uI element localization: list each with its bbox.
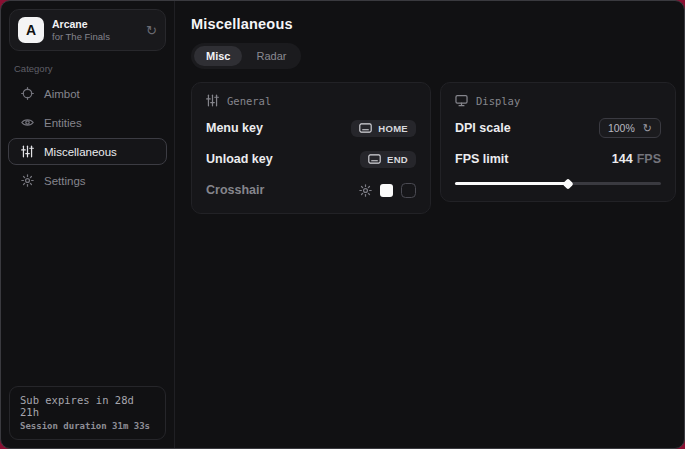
reset-icon[interactable]: ↻ xyxy=(643,123,652,134)
crosshair-icon xyxy=(21,87,34,100)
crosshair-label: Crosshair xyxy=(206,183,264,197)
app-subtitle: for The Finals xyxy=(52,31,138,42)
unload-key-row: Unload key END xyxy=(206,149,416,169)
monitor-icon xyxy=(455,94,468,107)
app-header-card: A Arcane for The Finals ↻ xyxy=(9,9,166,51)
sliders-icon xyxy=(21,145,34,158)
unload-key-binding[interactable]: END xyxy=(360,151,416,168)
sidebar-item-aimbot[interactable]: Aimbot xyxy=(8,80,167,107)
sidebar-item-miscellaneous[interactable]: Miscellaneous xyxy=(8,138,167,165)
fps-limit-slider[interactable] xyxy=(455,179,661,188)
general-card-header: General xyxy=(206,94,416,107)
general-card-title: General xyxy=(227,95,271,107)
sidebar-item-label: Aimbot xyxy=(44,88,80,100)
general-card: General Menu key HOME xyxy=(191,82,431,214)
tab-radar[interactable]: Radar xyxy=(244,46,298,66)
display-card: Display DPI scale 100% ↻ FPS limit 144FP… xyxy=(440,82,676,202)
cards-row: General Menu key HOME xyxy=(191,82,676,214)
sidebar: A Arcane for The Finals ↻ Category Aimbo… xyxy=(1,1,175,448)
sidebar-item-label: Settings xyxy=(44,175,86,187)
sidebar-item-label: Miscellaneous xyxy=(44,146,117,158)
sidebar-item-settings[interactable]: Settings xyxy=(8,167,167,194)
category-label: Category xyxy=(14,63,174,74)
keyboard-icon xyxy=(368,154,381,164)
session-duration-text: Session duration 31m 33s xyxy=(20,421,155,431)
menu-key-value: HOME xyxy=(378,123,408,134)
display-card-title: Display xyxy=(476,95,520,107)
app-avatar: A xyxy=(18,17,44,43)
fps-limit-label: FPS limit xyxy=(455,152,508,166)
fps-unit: FPS xyxy=(637,152,661,166)
app-name: Arcane xyxy=(52,18,138,30)
app-names: Arcane for The Finals xyxy=(52,18,138,42)
main-content: Miscellaneous Misc Radar General xyxy=(175,1,685,448)
page-title: Miscellaneous xyxy=(191,16,676,32)
menu-key-binding[interactable]: HOME xyxy=(351,120,416,137)
crosshair-checkbox[interactable] xyxy=(401,183,416,198)
app-window: A Arcane for The Finals ↻ Category Aimbo… xyxy=(0,0,685,449)
crosshair-row: Crosshair xyxy=(206,180,416,200)
slider-thumb[interactable] xyxy=(563,178,574,189)
dpi-scale-row: DPI scale 100% ↻ xyxy=(455,118,661,138)
tab-misc[interactable]: Misc xyxy=(194,46,242,66)
sliders-icon xyxy=(206,94,219,107)
tab-bar: Misc Radar xyxy=(191,43,301,69)
sidebar-item-label: Entities xyxy=(44,117,82,129)
fps-number: 144 xyxy=(612,152,633,166)
dpi-scale-select[interactable]: 100% ↻ xyxy=(599,118,661,138)
refresh-icon[interactable]: ↻ xyxy=(146,24,157,37)
fps-limit-value: 144FPS xyxy=(612,152,661,166)
fps-limit-row: FPS limit 144FPS xyxy=(455,149,661,169)
crosshair-color-swatch[interactable] xyxy=(380,184,393,197)
display-card-header: Display xyxy=(455,94,661,107)
sub-expiry-text: Sub expires in 28d 21h xyxy=(20,394,155,418)
sidebar-item-entities[interactable]: Entities xyxy=(8,109,167,136)
menu-key-row: Menu key HOME xyxy=(206,118,416,138)
keyboard-icon xyxy=(359,123,372,133)
dpi-scale-label: DPI scale xyxy=(455,121,511,135)
slider-fill xyxy=(455,182,568,185)
gear-icon xyxy=(21,174,34,187)
unload-key-value: END xyxy=(387,154,408,165)
menu-key-label: Menu key xyxy=(206,121,263,135)
gear-icon[interactable] xyxy=(359,184,372,197)
crosshair-controls xyxy=(359,183,416,198)
dpi-scale-value: 100% xyxy=(608,122,635,134)
unload-key-label: Unload key xyxy=(206,152,273,166)
sidebar-nav: Aimbot Entities xyxy=(1,80,174,194)
subscription-card: Sub expires in 28d 21h Session duration … xyxy=(9,386,166,440)
eye-icon xyxy=(21,116,34,129)
